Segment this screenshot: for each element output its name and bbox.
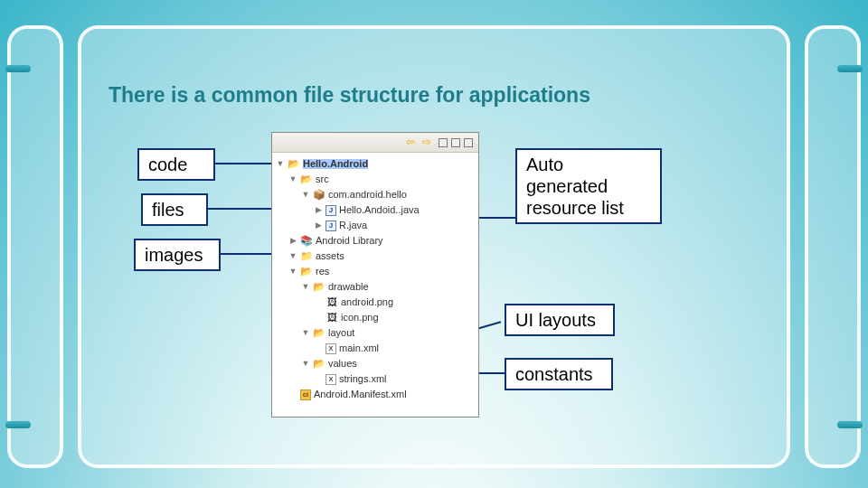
tree-node-layout[interactable]: ▼ 📂 layout	[276, 325, 478, 341]
folder-open-icon: 📂	[300, 267, 313, 277]
java-file-icon: J	[326, 205, 336, 216]
toolbar-button[interactable]	[464, 138, 473, 147]
folder-open-icon: 📂	[313, 282, 326, 293]
slide-title: There is a common file structure for app…	[108, 83, 590, 108]
tree-label: values	[328, 359, 357, 369]
toolbar-button[interactable]	[451, 138, 460, 147]
label-images: images	[134, 239, 221, 271]
tree-node-xml-file[interactable]: ▶ X strings.xml	[276, 371, 478, 387]
tree-label: Hello.Android	[303, 159, 368, 169]
tree-node-src[interactable]: ▼ 📂 src	[276, 172, 478, 187]
tree-label: res	[316, 267, 329, 277]
project-tree-panel: ⇦ ⇨ ▼ 📂 Hello.Android ▼ 📂 src ▼ 📦 com.an…	[271, 132, 479, 418]
tree-node-image-file[interactable]: ▶ 🖼 icon.png	[276, 310, 478, 325]
connector-line	[221, 253, 271, 255]
tree-node-assets[interactable]: ▼ 📁 assets	[276, 249, 478, 264]
tree-node-library[interactable]: ▶ 📚 Android Library	[276, 233, 478, 249]
xml-file-icon: X	[326, 343, 336, 354]
label-auto-gen: Auto generated resource list	[515, 148, 662, 224]
nav-forward-icon[interactable]: ⇨	[422, 136, 435, 149]
label-constants: constants	[505, 358, 613, 390]
tree-label: Android.Manifest.xml	[314, 389, 407, 399]
folder-open-icon: 📁	[300, 251, 313, 262]
tree-label: Hello.Andoid..java	[339, 205, 420, 215]
folder-open-icon: 📂	[313, 359, 326, 370]
disclosure-icon[interactable]: ▼	[288, 252, 297, 260]
tree-node-image-file[interactable]: ▶ 🖼 android.png	[276, 295, 478, 310]
tree-label: main.xml	[339, 343, 379, 353]
tree-node-java-file[interactable]: ▶ J Hello.Andoid..java	[276, 202, 478, 218]
disclosure-icon[interactable]: ▶	[314, 221, 323, 230]
disclosure-icon[interactable]: ▼	[301, 360, 310, 368]
folder-open-icon: 📂	[313, 328, 326, 339]
java-file-icon: J	[326, 221, 336, 231]
label-ui-layouts: UI layouts	[505, 304, 615, 336]
tree-label: src	[316, 174, 329, 184]
package-icon: 📦	[313, 190, 326, 201]
tree-node-drawable[interactable]: ▼ 📂 drawable	[276, 279, 478, 295]
disclosure-icon[interactable]: ▶	[314, 206, 323, 214]
nav-back-icon[interactable]: ⇦	[406, 136, 419, 149]
tree-label: Android Library	[316, 236, 383, 246]
disclosure-icon[interactable]: ▶	[288, 237, 297, 245]
bg-panel-left	[7, 25, 63, 468]
tree-node-res[interactable]: ▼ 📂 res	[276, 264, 478, 279]
library-icon: 📚	[300, 236, 313, 247]
disclosure-icon[interactable]: ▼	[301, 191, 310, 199]
tree-label: drawable	[328, 282, 369, 292]
image-file-icon: 🖼	[326, 297, 338, 308]
tree-node-package[interactable]: ▼ 📦 com.android.hello	[276, 187, 478, 202]
tree-label: icon.png	[341, 313, 379, 323]
disclosure-icon[interactable]: ▼	[288, 175, 297, 183]
image-file-icon: 🖼	[326, 313, 338, 324]
tree-label: R.java	[339, 221, 367, 230]
tree-node-java-file[interactable]: ▶ J R.java	[276, 218, 478, 233]
tree-label: com.android.hello	[328, 190, 407, 200]
tree-node-values[interactable]: ▼ 📂 values	[276, 356, 478, 371]
tree-node-project[interactable]: ▼ 📂 Hello.Android	[276, 156, 478, 172]
accent-bar	[837, 65, 863, 72]
tree-label: layout	[328, 328, 354, 338]
tree-label: assets	[316, 251, 344, 261]
label-code: code	[137, 148, 215, 181]
toolbar-button[interactable]	[439, 138, 448, 147]
xml-file-icon: X	[326, 374, 336, 385]
tree-toolbar: ⇦ ⇨	[272, 133, 478, 153]
disclosure-icon[interactable]: ▼	[276, 160, 285, 168]
accent-bar	[5, 65, 31, 72]
disclosure-icon[interactable]: ▼	[288, 267, 297, 276]
bg-panel-right	[805, 25, 861, 468]
disclosure-icon[interactable]: ▼	[301, 283, 310, 291]
tree-node-manifest[interactable]: ▶ ci Android.Manifest.xml	[276, 387, 478, 402]
folder-open-icon: 📂	[288, 159, 300, 170]
tree-node-xml-file[interactable]: ▶ X main.xml	[276, 341, 478, 356]
accent-bar	[837, 421, 863, 428]
folder-open-icon: 📂	[300, 174, 313, 185]
manifest-file-icon: ci	[300, 389, 311, 400]
tree-body: ▼ 📂 Hello.Android ▼ 📂 src ▼ 📦 com.androi…	[272, 153, 478, 406]
tree-label: strings.xml	[339, 374, 387, 384]
label-files: files	[141, 193, 208, 226]
tree-label: android.png	[341, 297, 393, 307]
disclosure-icon[interactable]: ▼	[301, 329, 310, 337]
accent-bar	[5, 421, 31, 428]
